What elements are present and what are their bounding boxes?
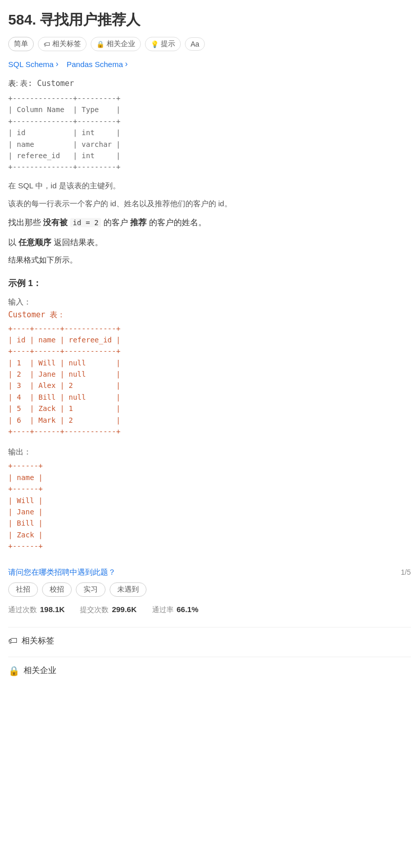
tag-font[interactable]: Aa bbox=[185, 37, 205, 51]
tag-simple[interactable]: 简单 bbox=[8, 37, 34, 51]
survey-tag-social[interactable]: 社招 bbox=[8, 582, 38, 597]
related-companies-label: 相关企业 bbox=[24, 665, 56, 676]
example-output-label: 输出： bbox=[8, 447, 411, 457]
survey-tag-campus[interactable]: 校招 bbox=[42, 582, 72, 597]
related-tags-section: 🏷 相关标签 bbox=[8, 636, 411, 646]
any-order: 以 任意顺序 返回结果表。 bbox=[8, 237, 411, 248]
stats-row: 通过次数 198.1K 提交次数 299.6K 通过率 66.1% bbox=[8, 605, 411, 615]
stat-pass-count: 通过次数 198.1K bbox=[8, 605, 65, 615]
sql-schema-link[interactable]: SQL Schema bbox=[8, 59, 58, 69]
example-table-label: Customer 表： bbox=[8, 310, 411, 320]
example-input-section: 输入： Customer 表： +----+------+-----------… bbox=[8, 297, 411, 438]
survey-tag-never[interactable]: 未遇到 bbox=[110, 582, 146, 597]
related-companies-section: 🔒 相关企业 bbox=[8, 665, 411, 677]
page-title: 584. 寻找用户推荐人 bbox=[8, 10, 411, 30]
lock-icon: 🔒 bbox=[96, 40, 104, 48]
survey-tag-intern[interactable]: 实习 bbox=[76, 582, 106, 597]
survey-count: 1/5 bbox=[401, 568, 411, 576]
stat-submit-count: 提交次数 299.6K bbox=[80, 605, 136, 615]
schema-row: SQL Schema Pandas Schema bbox=[8, 59, 411, 69]
related-tags-title[interactable]: 🏷 相关标签 bbox=[8, 636, 411, 646]
tag-icon-related: 🏷 bbox=[8, 636, 17, 646]
example-output-section: 输出： +------+ | name | +------+ | Will | … bbox=[8, 447, 411, 552]
result-format: 结果格式如下所示。 bbox=[8, 255, 411, 265]
main-question: 找出那些 没有被 id = 2 的客户 推荐 的客户的姓名。 bbox=[8, 215, 411, 230]
tag-related-tags[interactable]: 🏷 相关标签 bbox=[38, 37, 87, 51]
related-tags-label: 相关标签 bbox=[22, 636, 54, 646]
related-companies-title[interactable]: 🔒 相关企业 bbox=[8, 665, 411, 677]
stat-pass-rate: 通过率 66.1% bbox=[152, 605, 199, 615]
example-input-label: 输入： bbox=[8, 297, 411, 307]
tag-icon: 🏷 bbox=[44, 40, 50, 48]
tags-row: 简单 🏷 相关标签 🔒 相关企业 💡 提示 Aa bbox=[8, 37, 411, 51]
description-line-1: 在 SQL 中，id 是该表的主键列。 bbox=[8, 179, 411, 192]
tag-hint[interactable]: 💡 提示 bbox=[145, 37, 181, 51]
pandas-schema-link[interactable]: Pandas Schema bbox=[67, 59, 128, 69]
survey-question-row: 请问您在哪类招聘中遇到此题？ 1/5 bbox=[8, 568, 411, 577]
tag-related-company[interactable]: 🔒 相关企业 bbox=[91, 37, 141, 51]
schema-table: +--------------+---------+ | Column Name… bbox=[8, 93, 411, 173]
example-output-table: +------+ | name | +------+ | Will | | Ja… bbox=[8, 460, 411, 552]
table-label: 表: 表: Customer bbox=[8, 79, 411, 89]
example-title: 示例 1： bbox=[8, 277, 411, 289]
lock-icon-related: 🔒 bbox=[8, 665, 19, 677]
hint-icon: 💡 bbox=[151, 40, 159, 48]
survey-section: 请问您在哪类招聘中遇到此题？ 1/5 社招 校招 实习 未遇到 bbox=[8, 568, 411, 597]
survey-tags: 社招 校招 实习 未遇到 bbox=[8, 582, 411, 597]
survey-question-text: 请问您在哪类招聘中遇到此题？ bbox=[8, 568, 116, 577]
divider-2 bbox=[8, 657, 411, 657]
example-input-table: +----+------+------------+ | id | name |… bbox=[8, 323, 411, 438]
description-line-2: 该表的每一行表示一个客户的 id、姓名以及推荐他们的客户的 id。 bbox=[8, 197, 411, 210]
divider-1 bbox=[8, 627, 411, 627]
